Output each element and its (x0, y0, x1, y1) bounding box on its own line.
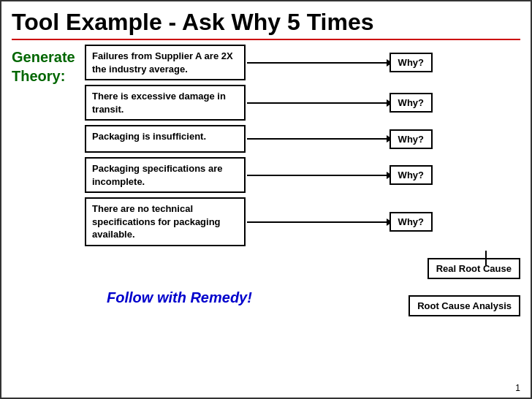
slide: Tool Example - Ask Why 5 Times Generate … (0, 0, 532, 399)
horizontal-arrow-2 (247, 102, 392, 104)
why-row-3: Packaging is insufficient.Why? (85, 125, 433, 153)
cause-box-4: Packaging specifications are incomplete. (85, 157, 246, 193)
cause-box-2: There is excessive damage in transit. (85, 85, 246, 121)
horizontal-arrow-1 (247, 62, 392, 64)
why-row-5: There are no technical specifications fo… (85, 197, 433, 246)
why-button-1[interactable]: Why? (390, 53, 433, 72)
cause-box-1: Failures from Supplier A are 2X the indu… (85, 45, 246, 80)
arrow-area-2: Why? (246, 89, 433, 117)
why-button-5[interactable]: Why? (390, 212, 433, 232)
content-area: Generate Theory: Failures from Supplier … (12, 45, 520, 316)
page-number: 1 (515, 383, 520, 393)
bottom-section: Follow with Remedy! Real Root Cause Root… (85, 251, 520, 316)
root-cause-analysis-button[interactable]: Root Cause Analysis (408, 295, 520, 316)
arrow-area-5: Why? (246, 208, 433, 236)
arrow-area-4: Why? (246, 162, 433, 189)
cause-box-3: Packaging is insufficient. (85, 125, 246, 153)
arrow-area-1: Why? (246, 49, 433, 77)
why-row-4: Packaging specifications are incomplete.… (85, 157, 433, 193)
horizontal-arrow-4 (247, 175, 392, 176)
rows-container: Failures from Supplier A are 2X the indu… (85, 45, 520, 246)
left-label: Generate Theory: (12, 45, 85, 316)
follow-text: Follow with Remedy! (107, 289, 252, 306)
horizontal-arrow-5 (247, 221, 392, 223)
arrow-area-3: Why? (246, 125, 433, 153)
why-button-4[interactable]: Why? (390, 165, 433, 185)
why-row-1: Failures from Supplier A are 2X the indu… (85, 45, 433, 80)
why-button-3[interactable]: Why? (390, 129, 433, 149)
real-root-cause-button[interactable]: Real Root Cause (428, 258, 520, 279)
cause-box-5: There are no technical specifications fo… (85, 197, 246, 246)
horizontal-arrow-3 (247, 138, 392, 140)
diagram-area: Failures from Supplier A are 2X the indu… (85, 45, 520, 316)
slide-title: Tool Example - Ask Why 5 Times (12, 9, 520, 40)
why-button-2[interactable]: Why? (390, 93, 433, 113)
why-row-2: There is excessive damage in transit.Why… (85, 85, 433, 121)
